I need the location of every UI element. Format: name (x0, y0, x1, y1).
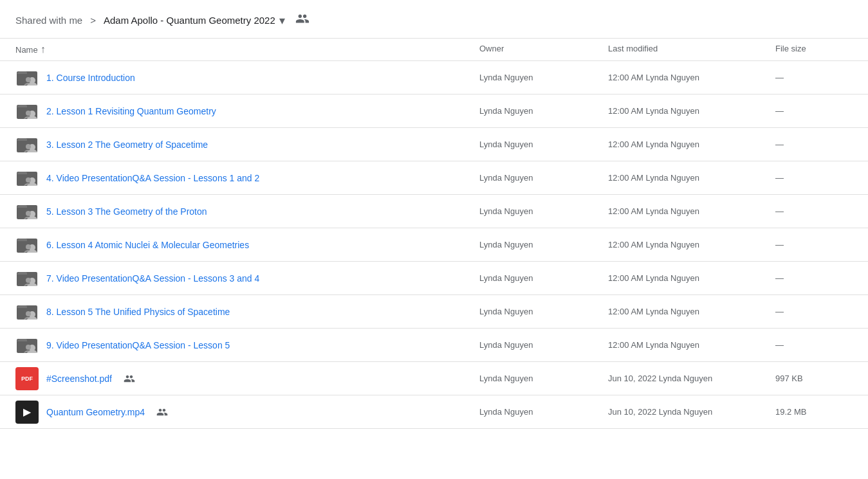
file-modified: 12:00 AM Lynda Nguyen (608, 206, 775, 216)
folder-shared-icon (15, 233, 39, 257)
table-row[interactable]: 6. Lesson 4 Atomic Nuclei & Molecular Ge… (0, 228, 868, 262)
file-name-cell: 4. Video PresentationQ&A Session - Lesso… (15, 167, 479, 190)
folder-shared-icon (15, 300, 39, 323)
file-name-cell: 8. Lesson 5 The Unified Physics of Space… (15, 300, 479, 323)
file-size: — (775, 106, 853, 116)
video-icon: ▶ (15, 401, 39, 424)
file-modified: Jun 10, 2022 Lynda Nguyen (608, 374, 775, 383)
current-folder-label: Adam Apollo - Quantum Geometry 2022 (104, 15, 275, 26)
file-size: — (775, 273, 853, 283)
svg-point-23 (26, 311, 31, 316)
svg-point-20 (26, 278, 31, 283)
sort-ascending-icon: ↑ (41, 44, 46, 55)
table-header-row: Name ↑ Owner Last modified File size (0, 39, 868, 61)
file-name-cell: ▶ Quantum Geometry.mp4 (15, 401, 479, 424)
file-name[interactable]: 5. Lesson 3 The Geometry of the Proton (46, 206, 207, 217)
file-name-cell: 6. Lesson 4 Atomic Nuclei & Molecular Ge… (15, 233, 479, 257)
breadcrumb-bar: Shared with me > Adam Apollo - Quantum G… (0, 0, 868, 39)
file-size: — (775, 173, 853, 183)
table-row[interactable]: 8. Lesson 5 The Unified Physics of Space… (0, 295, 868, 329)
file-name-cell: 1. Course Introduction (15, 66, 479, 89)
file-size: — (775, 340, 853, 350)
column-header-modified[interactable]: Last modified (608, 44, 775, 55)
file-size: 19.2 MB (775, 407, 853, 417)
file-size: — (775, 206, 853, 216)
file-name[interactable]: 4. Video PresentationQ&A Session - Lesso… (46, 173, 259, 183)
file-size: — (775, 240, 853, 249)
table-row[interactable]: 2. Lesson 1 Revisiting Quantum Geometry … (0, 95, 868, 128)
file-name-cell: 9. Video PresentationQ&A Session - Lesso… (15, 334, 479, 357)
file-modified: 12:00 AM Lynda Nguyen (608, 140, 775, 149)
shared-badge (124, 373, 135, 384)
file-name-cell: 3. Lesson 2 The Geometry of Spacetime (15, 133, 479, 156)
table-row[interactable]: 4. Video PresentationQ&A Session - Lesso… (0, 161, 868, 195)
file-name[interactable]: 7. Video PresentationQ&A Session - Lesso… (46, 273, 259, 284)
folder-shared-icon (15, 66, 39, 89)
file-modified: 12:00 AM Lynda Nguyen (608, 106, 775, 116)
file-owner: Lynda Nguyen (479, 73, 608, 82)
file-size: — (775, 73, 853, 82)
file-name[interactable]: 3. Lesson 2 The Geometry of Spacetime (46, 140, 208, 150)
file-name[interactable]: 1. Course Introduction (46, 73, 135, 83)
table-row[interactable]: 3. Lesson 2 The Geometry of Spacetime Ly… (0, 128, 868, 161)
breadcrumb-current-folder[interactable]: Adam Apollo - Quantum Geometry 2022 ▾ (104, 14, 285, 28)
file-modified: 12:00 AM Lynda Nguyen (608, 307, 775, 316)
folder-shared-icon (15, 167, 39, 190)
file-owner: Lynda Nguyen (479, 273, 608, 283)
svg-point-2 (26, 77, 31, 82)
svg-point-17 (26, 244, 31, 249)
folder-dropdown-icon[interactable]: ▾ (279, 14, 285, 28)
file-name-cell: 5. Lesson 3 The Geometry of the Proton (15, 200, 479, 223)
file-name-cell: 2. Lesson 1 Revisiting Quantum Geometry (15, 100, 479, 123)
file-owner: Lynda Nguyen (479, 173, 608, 183)
pdf-icon: PDF (15, 367, 39, 390)
file-size: — (775, 140, 853, 149)
column-header-size[interactable]: File size (775, 44, 853, 55)
file-modified: 12:00 AM Lynda Nguyen (608, 340, 775, 350)
table-rows-container: 1. Course Introduction Lynda Nguyen 12:0… (0, 61, 868, 429)
table-row[interactable]: 9. Video PresentationQ&A Session - Lesso… (0, 329, 868, 362)
file-modified: 12:00 AM Lynda Nguyen (608, 240, 775, 249)
file-modified: Jun 10, 2022 Lynda Nguyen (608, 407, 775, 417)
file-owner: Lynda Nguyen (479, 106, 608, 116)
file-modified: 12:00 AM Lynda Nguyen (608, 273, 775, 283)
file-name[interactable]: 9. Video PresentationQ&A Session - Lesso… (46, 340, 230, 350)
manage-members-icon[interactable] (295, 12, 309, 29)
svg-point-14 (26, 211, 31, 216)
file-owner: Lynda Nguyen (479, 407, 608, 417)
file-name[interactable]: 6. Lesson 4 Atomic Nuclei & Molecular Ge… (46, 240, 249, 250)
file-list-table: Name ↑ Owner Last modified File size 1. … (0, 39, 868, 429)
folder-shared-icon (15, 100, 39, 123)
file-owner: Lynda Nguyen (479, 340, 608, 350)
file-owner: Lynda Nguyen (479, 240, 608, 249)
table-row[interactable]: 7. Video PresentationQ&A Session - Lesso… (0, 262, 868, 295)
folder-shared-icon (15, 334, 39, 357)
file-name-cell: 7. Video PresentationQ&A Session - Lesso… (15, 267, 479, 290)
file-name[interactable]: #Screenshot.pdf (46, 374, 112, 384)
breadcrumb-shared-with-me[interactable]: Shared with me (15, 15, 82, 26)
file-owner: Lynda Nguyen (479, 206, 608, 216)
file-name-cell: PDF #Screenshot.pdf (15, 367, 479, 390)
table-row[interactable]: PDF #Screenshot.pdf Lynda Nguyen Jun 10,… (0, 362, 868, 395)
file-owner: Lynda Nguyen (479, 140, 608, 149)
column-header-owner[interactable]: Owner (479, 44, 608, 55)
file-owner: Lynda Nguyen (479, 374, 608, 383)
folder-shared-icon (15, 200, 39, 223)
file-name[interactable]: Quantum Geometry.mp4 (46, 407, 145, 417)
table-row[interactable]: 5. Lesson 3 The Geometry of the Proton L… (0, 195, 868, 228)
file-name[interactable]: 8. Lesson 5 The Unified Physics of Space… (46, 307, 230, 317)
shared-badge (156, 406, 168, 418)
breadcrumb-separator: > (90, 15, 96, 26)
file-size: — (775, 307, 853, 316)
svg-point-8 (26, 144, 31, 149)
file-modified: 12:00 AM Lynda Nguyen (608, 173, 775, 183)
table-row[interactable]: 1. Course Introduction Lynda Nguyen 12:0… (0, 61, 868, 95)
svg-point-11 (26, 177, 31, 183)
table-row[interactable]: ▶ Quantum Geometry.mp4 Lynda Nguyen Jun … (0, 395, 868, 429)
svg-point-5 (26, 111, 31, 116)
file-name[interactable]: 2. Lesson 1 Revisiting Quantum Geometry (46, 106, 216, 116)
folder-shared-icon (15, 133, 39, 156)
column-header-name[interactable]: Name ↑ (15, 44, 479, 55)
file-size: 997 KB (775, 374, 853, 383)
file-owner: Lynda Nguyen (479, 307, 608, 316)
